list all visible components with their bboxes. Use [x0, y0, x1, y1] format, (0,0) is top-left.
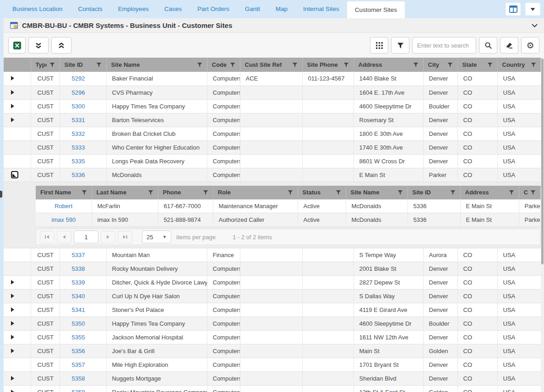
column-header-site-name[interactable]: Site Name [106, 58, 207, 72]
column-filter-icon[interactable] [487, 62, 493, 68]
contact-first-name-link[interactable]: imax 590 [51, 216, 76, 223]
expand-row-arrow-icon[interactable] [11, 294, 14, 298]
site-id-link[interactable]: 5357 [72, 361, 85, 368]
export-excel-button[interactable] [8, 37, 26, 54]
expand-row-arrow-icon[interactable] [11, 90, 14, 95]
site-id-link[interactable]: 5335 [72, 158, 85, 165]
pager-next-page-button[interactable] [101, 231, 115, 243]
tab-customer-sites[interactable]: Customer Sites [347, 1, 405, 18]
column-header-type[interactable]: Type [31, 58, 60, 72]
site-id-link[interactable]: 5300 [72, 103, 85, 110]
site-id-link[interactable]: 5337 [72, 252, 85, 258]
column-chooser-button[interactable] [370, 37, 388, 54]
column-header-state[interactable]: State [457, 58, 497, 72]
column-header-cust-site-ref[interactable]: Cust Site Ref [240, 58, 302, 72]
column-header-city[interactable]: City [423, 58, 457, 72]
layout-columns-button[interactable] [506, 3, 521, 16]
expand-row-arrow-icon[interactable] [11, 280, 14, 285]
contact-first-name-link[interactable]: Robert [54, 203, 72, 209]
filter-toggle-button[interactable] [391, 37, 409, 54]
tab-gantt[interactable]: Gantt [237, 0, 268, 18]
pager-page-input[interactable] [74, 231, 98, 243]
column-filter-icon[interactable] [447, 62, 453, 68]
scrollbar-thumb[interactable] [541, 59, 544, 264]
pager-first-page-button[interactable] [40, 231, 54, 243]
column-filter-icon[interactable] [288, 190, 293, 195]
clear-search-button[interactable] [500, 37, 518, 54]
column-header-site-id[interactable]: Site ID [60, 58, 106, 72]
column-filter-icon[interactable] [82, 190, 87, 195]
column-filter-icon[interactable] [230, 62, 235, 68]
column-filter-icon[interactable] [397, 190, 403, 195]
site-id-link[interactable]: 5332 [72, 130, 85, 137]
site-id-link[interactable]: 5331 [72, 117, 85, 124]
column-header-role[interactable]: Role [213, 186, 298, 199]
column-filter-icon[interactable] [343, 62, 349, 68]
column-header-site-id[interactable]: Site ID [408, 186, 460, 199]
tab-map[interactable]: Map [268, 0, 295, 18]
collapse-all-button[interactable] [51, 37, 71, 54]
expand-row-arrow-icon[interactable] [11, 307, 14, 312]
site-id-link[interactable]: 5296 [72, 89, 85, 96]
column-header-country[interactable]: Country [497, 58, 541, 72]
column-filter-icon[interactable] [530, 190, 536, 195]
tab-business-location[interactable]: Business Location [5, 0, 71, 18]
site-id-link[interactable]: 5359 [72, 389, 85, 392]
site-id-link[interactable]: 5336 [72, 172, 85, 178]
column-header-address[interactable]: Address [354, 58, 423, 72]
column-filter-icon[interactable] [197, 62, 202, 68]
tab-part-orders[interactable]: Part Orders [190, 0, 237, 18]
column-filter-icon[interactable] [148, 190, 153, 195]
site-id-link[interactable]: 5339 [72, 279, 85, 286]
column-header-site-phone[interactable]: Site Phone [302, 58, 354, 72]
expand-row-arrow-icon[interactable] [11, 321, 14, 326]
search-input[interactable] [412, 37, 476, 54]
expand-row-arrow-icon[interactable] [11, 104, 14, 108]
column-header-last-name[interactable]: Last Name [92, 186, 158, 199]
column-header-city[interactable]: City [519, 186, 540, 199]
collapse-panel-chevron-icon[interactable] [532, 24, 538, 27]
tab-contacts[interactable]: Contacts [71, 0, 110, 18]
column-header-site-name[interactable]: Site Name [346, 186, 408, 199]
column-header-address[interactable]: Address [460, 186, 519, 199]
search-button[interactable] [479, 37, 497, 54]
site-id-link[interactable]: 5338 [72, 265, 85, 272]
tab-employees[interactable]: Employees [110, 0, 157, 18]
site-id-link[interactable]: 5341 [72, 306, 85, 313]
site-id-link[interactable]: 5340 [72, 293, 85, 300]
expand-row-arrow-icon[interactable] [11, 118, 14, 122]
column-filter-icon[interactable] [203, 190, 208, 195]
expand-row-arrow-icon[interactable] [11, 76, 14, 81]
site-id-link[interactable]: 5292 [72, 75, 85, 82]
expand-row-arrow-icon[interactable] [11, 349, 14, 353]
column-filter-icon[interactable] [96, 62, 102, 68]
settings-button[interactable]: ⚙ [521, 37, 539, 54]
column-filter-icon[interactable] [450, 190, 456, 195]
page-size-select[interactable]: 25▼ [142, 231, 171, 243]
vertical-scrollbar[interactable] [541, 58, 544, 392]
column-header-code[interactable]: Code [207, 58, 240, 72]
expand-row-arrow-icon[interactable] [11, 390, 14, 392]
column-filter-icon[interactable] [413, 62, 419, 68]
column-filter-icon[interactable] [49, 62, 55, 68]
tab-cases[interactable]: Cases [157, 0, 190, 18]
column-header-first-name[interactable]: First Name [36, 186, 92, 199]
tab-internal-sites[interactable]: Internal Sites [295, 0, 347, 18]
tab-overflow-dropdown-button[interactable] [525, 3, 540, 16]
expand-row-arrow-icon[interactable] [11, 376, 14, 381]
column-filter-icon[interactable] [336, 190, 341, 195]
pager-previous-page-button[interactable] [57, 231, 71, 243]
pager-last-page-button[interactable] [118, 231, 132, 243]
column-header-phone[interactable]: Phone [158, 186, 213, 199]
column-filter-icon[interactable] [531, 62, 536, 68]
expand-row-arrow-icon[interactable] [11, 335, 14, 339]
column-header-status[interactable]: Status [298, 186, 346, 199]
collapse-row-icon[interactable] [11, 171, 18, 178]
site-id-link[interactable]: 5350 [72, 320, 85, 327]
site-id-link[interactable]: 5355 [72, 334, 85, 341]
site-id-link[interactable]: 5356 [72, 348, 85, 354]
expand-all-button[interactable] [28, 37, 49, 54]
column-filter-icon[interactable] [292, 62, 298, 68]
site-id-link[interactable]: 5333 [72, 144, 85, 151]
column-filter-icon[interactable] [509, 190, 514, 195]
